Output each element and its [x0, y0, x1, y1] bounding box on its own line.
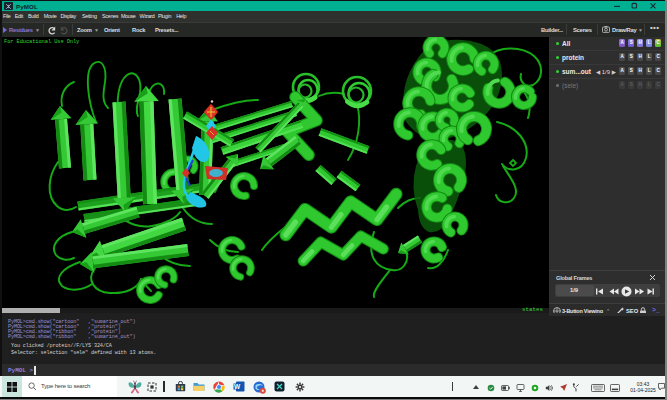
- svg-text:W: W: [234, 383, 241, 390]
